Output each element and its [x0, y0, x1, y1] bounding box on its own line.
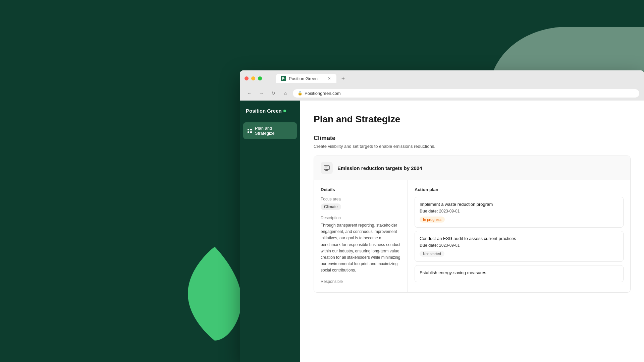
status-badge-1: In progress	[420, 217, 445, 223]
new-tab-button[interactable]: +	[338, 74, 348, 83]
card-body: Details Focus area Climate Description T…	[314, 180, 630, 292]
svg-rect-3	[250, 131, 252, 133]
details-column: Details Focus area Climate Description T…	[314, 180, 408, 292]
focus-area-label: Focus area	[321, 197, 401, 201]
action-item-2: Conduct an ESG audit to assess current p…	[415, 231, 624, 262]
action-item-1-title: Implement a waste reduction program	[420, 202, 619, 207]
url-text: Positiongreen.com	[305, 91, 341, 96]
browser-content: Position Green Plan and Strategize	[240, 101, 644, 362]
action-item-2-title: Conduct an ESG audit to assess current p…	[420, 236, 619, 241]
svg-rect-1	[250, 129, 252, 130]
description-label: Description	[321, 216, 401, 220]
browser-titlebar: P • Position Green ✕ +	[240, 70, 644, 86]
action-item-3: Establish energy-saving measures	[415, 265, 624, 282]
tab-bar: P • Position Green ✕ +	[271, 74, 353, 83]
action-item-2-due-label: Due date:	[420, 243, 438, 248]
action-item-3-title: Establish energy-saving measures	[420, 270, 619, 275]
browser-tab-active[interactable]: P • Position Green ✕	[276, 74, 336, 83]
section-subtitle: Create visibility and set targets to ena…	[314, 144, 631, 149]
logo-dot	[283, 110, 286, 112]
main-content: Plan and Strategize Climate Create visib…	[300, 101, 644, 362]
address-bar[interactable]: 🔒 Positiongreen.com	[293, 89, 639, 98]
home-button[interactable]: ⌂	[281, 88, 290, 98]
reload-button[interactable]: ↻	[269, 88, 278, 98]
browser-addressbar: ← → ↻ ⌂ 🔒 Positiongreen.com	[240, 86, 644, 101]
tab-close-button[interactable]: ✕	[326, 76, 332, 81]
action-plan-title: Action plan	[415, 187, 624, 192]
browser-chrome: P • Position Green ✕ + ← → ↻ ⌂ 🔒 Positio…	[240, 70, 644, 101]
action-item-1-due-date: 2023-09-01	[439, 209, 460, 214]
card-header-icon	[321, 162, 333, 174]
card-title: Emission reduction targets by 2024	[337, 165, 422, 171]
svg-rect-4	[324, 166, 329, 170]
section-title: Climate	[314, 135, 631, 142]
status-badge-2: Not started	[420, 251, 444, 257]
sidebar-logo: Position Green	[240, 101, 300, 120]
card-header: Emission reduction targets by 2024	[314, 156, 630, 180]
focus-area-tag: Climate	[321, 203, 341, 210]
tab-title-text: Position Green	[289, 76, 318, 81]
description-text: Through transparent reporting, stakehold…	[321, 222, 401, 274]
svg-rect-0	[248, 129, 249, 130]
leaf-decoration	[188, 247, 241, 342]
action-plan-column: Action plan Implement a waste reduction …	[408, 180, 630, 292]
back-button[interactable]: ←	[245, 88, 254, 98]
responsible-label: Responsible	[321, 279, 401, 284]
sidebar-item-label: Plan and Strategize	[255, 126, 293, 136]
sidebar-item-plan-and-strategize[interactable]: Plan and Strategize	[243, 122, 297, 139]
action-item-1-due: Due date: 2023-09-01	[420, 209, 619, 214]
lock-icon: 🔒	[298, 91, 303, 96]
traffic-light-green[interactable]	[258, 76, 262, 80]
browser-window: P • Position Green ✕ + ← → ↻ ⌂ 🔒 Positio…	[240, 70, 644, 362]
details-column-title: Details	[321, 187, 401, 192]
emission-targets-card: Emission reduction targets by 2024 Detai…	[314, 156, 631, 293]
sidebar-nav: Plan and Strategize	[240, 120, 300, 141]
plan-strategize-icon	[247, 128, 252, 134]
action-item-1: Implement a waste reduction program Due …	[415, 197, 624, 228]
traffic-light-red[interactable]	[245, 76, 249, 80]
traffic-light-yellow[interactable]	[251, 76, 255, 80]
action-item-2-due: Due date: 2023-09-01	[420, 243, 619, 248]
svg-rect-2	[248, 131, 249, 133]
action-item-1-due-label: Due date:	[420, 209, 438, 214]
action-item-2-due-date: 2023-09-01	[439, 243, 460, 248]
tab-favicon: P •	[281, 76, 286, 81]
page-title: Plan and Strategize	[314, 114, 631, 125]
sidebar: Position Green Plan and Strategize	[240, 101, 300, 362]
forward-button[interactable]: →	[257, 88, 266, 98]
